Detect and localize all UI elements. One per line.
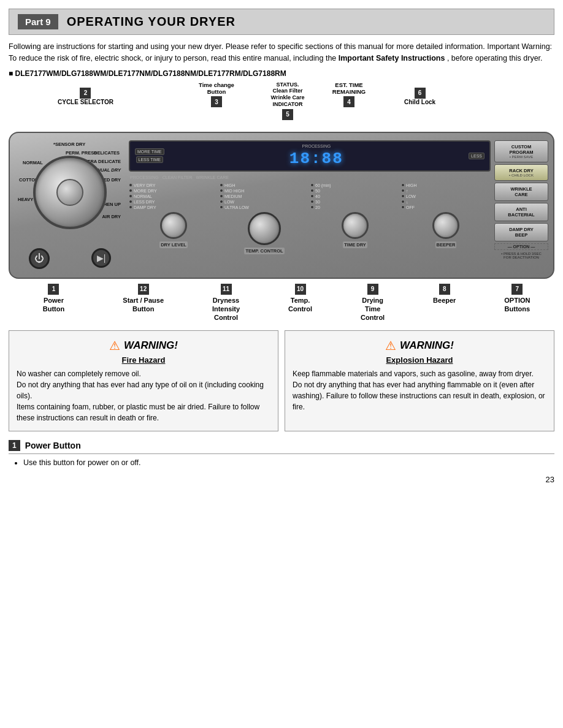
- time-40: 40: [310, 194, 400, 199]
- temp-low: LOW: [220, 200, 309, 204]
- callout-num-8: 8: [439, 284, 450, 295]
- time-dry-knob[interactable]: [342, 212, 369, 239]
- less-area: LESS: [469, 153, 484, 159]
- callout-cycle-selector: 2 CYCLE SELECTOR: [58, 88, 113, 106]
- beeper-knob[interactable]: [432, 212, 459, 239]
- page-header: Part 9 OPERATING YOUR DRYER: [9, 9, 554, 35]
- callout-label-cycle-selector: CYCLE SELECTOR: [58, 99, 113, 106]
- power-area: ⏻ ▶|: [29, 247, 111, 269]
- fire-warning-header: ⚠ WARNING!: [17, 338, 270, 353]
- more-less-area: MORE TIME LESS TIME: [135, 148, 164, 163]
- fire-warning-text: No washer can completely remove oil. Do …: [17, 368, 270, 423]
- temp-mid-high: MID HIGH: [220, 189, 309, 193]
- dryer-panel: *SENSOR DRY PERM. PRESS NORMAL COTTON/TO…: [9, 132, 554, 279]
- fire-warning-subtitle: Fire Hazard: [17, 355, 270, 365]
- page-title: OPERATING YOUR DRYER: [67, 15, 236, 29]
- explosion-hazard-warning: ⚠ WARNING! Explosion Hazard Keep flammab…: [285, 330, 554, 431]
- power-button-bullet: Use this button for power on or off.: [23, 457, 554, 469]
- callout-label-dryness: DrynessIntensityControl: [212, 296, 240, 322]
- cycle-selector-knob[interactable]: [33, 156, 107, 229]
- top-callouts-row: 2 CYCLE SELECTOR Time changeButton 3 STA…: [9, 82, 554, 131]
- label-normal-left: NORMAL: [23, 160, 43, 165]
- beeper-label: BEEPER: [435, 241, 457, 248]
- status-clean-filter: CLEAN FILTER: [163, 175, 193, 180]
- time-20: 20: [310, 205, 400, 210]
- power-button[interactable]: ⏻: [29, 248, 50, 269]
- callout-number-3: 3: [211, 96, 222, 107]
- display-bar: MORE TIME LESS TIME PROCESSING 18:88 LES…: [129, 140, 491, 172]
- callout-temp-control: 10 Temp.Control: [288, 284, 312, 314]
- callout-status: STATUS. Clean Filter Wrinkle Care INDICA…: [263, 82, 312, 120]
- display-center: PROCESSING 18:88: [169, 144, 464, 168]
- model-numbers: DLE7177WM/DLG7188WM/DLE7177NM/DLG7188NM/…: [9, 69, 554, 78]
- beeper-high: HIGH: [401, 183, 491, 188]
- explosion-warning-header: ⚠ WARNING!: [293, 338, 546, 353]
- callout-label-option: OPTIONButtons: [504, 296, 530, 314]
- knob-center: [56, 179, 83, 206]
- temp-control-col: HIGH MID HIGH MEDIUM LOW ULTRA LOW TEMP.…: [220, 183, 309, 273]
- option-sub-label: • PRESS & HOLD 3SECFOR DEACTIVATION: [494, 252, 548, 259]
- callout-label-start-pause: Start / PauseButton: [123, 296, 164, 314]
- less-time-button[interactable]: LESS TIME: [136, 156, 163, 163]
- callout-label-drying-time: DryingTimeControl: [361, 296, 385, 322]
- time-60: 60 (min): [310, 183, 400, 188]
- part-label: Part 9: [18, 14, 58, 29]
- callout-est-time: EST. TIMEREMAINING 4: [327, 82, 370, 108]
- callout-drying-time: 9 DryingTimeControl: [361, 284, 385, 322]
- explosion-warning-title: WARNING!: [400, 339, 454, 352]
- temp-control-knob[interactable]: [248, 212, 281, 245]
- callout-label-child-lock: Child Lock: [404, 99, 435, 106]
- less-button[interactable]: LESS: [469, 153, 484, 159]
- custom-program-button[interactable]: CUSTOMPROGRAM • PERM SAVE: [494, 140, 548, 162]
- power-button-section-header: 1 Power Button: [9, 440, 554, 454]
- rack-dry-button[interactable]: RACK DRY • CHILD LOCK: [494, 164, 548, 181]
- callout-beeper: 8 Beeper: [433, 284, 456, 305]
- callout-number-4: 4: [343, 96, 354, 107]
- beeper-low: LOW: [401, 194, 491, 199]
- fire-warning-title: WARNING!: [124, 339, 178, 352]
- time-dry-col: 60 (min) 50 40 30 20 TIME DRY: [310, 183, 400, 273]
- label-air-dry: AIR DRY: [102, 214, 121, 219]
- callout-num-11: 11: [221, 284, 232, 295]
- wrinkle-care-button[interactable]: WRINKLECARE: [494, 183, 548, 201]
- callout-power-button: 1 Power Button: [33, 284, 74, 314]
- callout-start-pause: 12 Start / PauseButton: [123, 284, 164, 314]
- callout-num-10: 10: [295, 284, 306, 295]
- anti-bacterial-button[interactable]: ANTIBACTERIAL: [494, 203, 548, 221]
- dry-level-more-dry: MORE DRY: [129, 189, 218, 193]
- temp-ultra-low: ULTRA LOW: [220, 205, 309, 210]
- callout-number-6: 6: [415, 88, 426, 99]
- callout-num-1: 1: [48, 284, 59, 295]
- bottom-callouts-row: 1 Power Button 12 Start / PauseButton 11…: [9, 284, 554, 322]
- callout-num-7: 7: [511, 284, 523, 295]
- dry-level-very-dry: VERY DRY: [129, 183, 218, 188]
- start-pause-button[interactable]: ▶|: [91, 248, 111, 268]
- more-time-button[interactable]: MORE TIME: [135, 148, 164, 155]
- fire-hazard-warning: ⚠ WARNING! Fire Hazard No washer can com…: [9, 330, 278, 431]
- page-number: 23: [9, 475, 554, 484]
- callout-num-9: 9: [367, 284, 378, 295]
- temp-medium: MEDIUM: [220, 194, 309, 199]
- status-indicators: PROCESSING CLEAN FILTER WRINKLE CARE: [129, 174, 491, 181]
- dry-level-options: VERY DRY MORE DRY NORMAL LESS DRY DAMP D…: [129, 183, 218, 210]
- status-processing: PROCESSING: [130, 175, 159, 180]
- damp-dry-beep-button[interactable]: DAMP DRYBEEP: [494, 223, 548, 241]
- beeper-options: HIGH ↑ LOW ↓ OFF: [401, 183, 491, 210]
- callout-option-buttons: 7 OPTIONButtons: [504, 284, 530, 314]
- explosion-warning-triangle-icon: ⚠: [385, 338, 396, 353]
- processing-label: PROCESSING: [302, 144, 331, 148]
- section-num-box-1: 1: [9, 440, 20, 451]
- label-sensor-dry: *SENSOR DRY: [53, 142, 85, 147]
- callout-time-change: Time changeButton 3: [199, 82, 234, 108]
- callout-number-2: 2: [80, 88, 91, 99]
- right-panel-area: CUSTOMPROGRAM • PERM SAVE RACK DRY • CHI…: [494, 140, 548, 273]
- temp-control-label: TEMP. CONTROL: [244, 248, 284, 254]
- cycle-ring: *SENSOR DRY PERM. PRESS NORMAL COTTON/TO…: [18, 140, 122, 245]
- section-title-power-button: Power Button: [25, 441, 81, 450]
- dry-level-knob[interactable]: [160, 212, 187, 239]
- diagram-section: 2 CYCLE SELECTOR Time changeButton 3 STA…: [9, 82, 554, 322]
- display-digits: 18:88: [289, 150, 343, 168]
- label-perm-press: PERM. PRESS: [66, 150, 97, 156]
- dry-level-normal: NORMAL: [129, 194, 218, 199]
- center-panel-area: MORE TIME LESS TIME PROCESSING 18:88 LES…: [129, 140, 491, 273]
